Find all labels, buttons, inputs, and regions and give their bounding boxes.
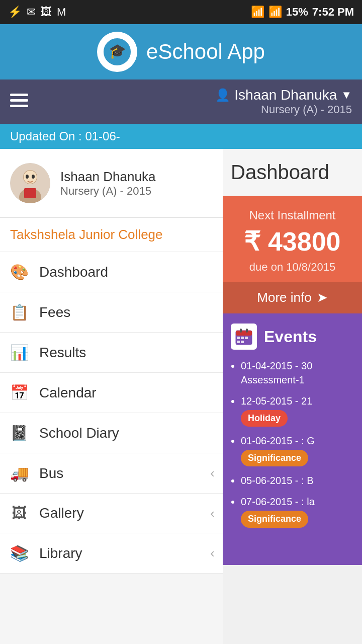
status-icons: ⚡ ✉ 🖼 M [8,6,66,19]
sidebar-item-library[interactable]: 📚 Library ‹ [0,533,223,574]
more-info-arrow-icon: ➤ [317,290,328,305]
sidebar-item-bus[interactable]: 🚚 Bus ‹ [0,453,223,494]
svg-rect-4 [10,105,28,107]
update-banner: Updated On : 01-06- [0,124,362,149]
more-info-button[interactable]: More info ➤ [223,282,362,313]
svg-text:🎓: 🎓 [109,43,126,59]
sidebar: Ishaan Dhanuka Nursery (A) - 2015 Takshs… [0,149,223,644]
svg-rect-16 [245,337,248,339]
calendar-icon: 📅 [10,384,28,401]
school-diary-icon: 📓 [10,424,28,442]
list-item: 01-06-2015 - : G Significance [241,434,354,466]
dropdown-arrow-icon[interactable]: ▼ [341,89,352,102]
avatar [10,163,50,203]
sidebar-item-calendar[interactable]: 📅 Calendar [0,373,223,413]
holiday-badge: Holiday [241,410,288,427]
update-text: Updated On : 01-06- [10,129,120,143]
usb-icon: ⚡ [8,6,22,19]
svg-rect-18 [241,341,244,343]
clock: 7:52 PM [312,6,354,19]
profile-text: Ishaan Dhanuka Nursery (A) - 2015 [60,169,155,198]
events-header: Events [231,324,354,350]
fees-icon: 📋 [10,303,28,321]
fee-card: Next Installment ₹ 43800 due on 10/8/201… [223,196,362,313]
list-item: 12-05-2015 - 21 Holiday [241,394,354,427]
sidebar-item-gallery[interactable]: 🖼 Gallery ‹ [0,494,223,533]
svg-rect-17 [237,341,240,343]
school-diary-label: School Diary [39,425,119,441]
results-label: Results [39,345,86,361]
user-avatar-icon: 👤 [215,88,230,102]
event-date-2: 12-05-2015 - 21 [241,395,312,407]
user-name: Ishaan Dhanuka [234,87,337,103]
sidebar-item-school-diary[interactable]: 📓 School Diary [0,413,223,453]
bus-label: Bus [39,465,63,481]
event-date-1: 01-04-2015 - 30 [241,360,312,371]
gmail-icon: M [57,6,66,19]
list-item: 07-06-2015 - : la Significance [241,495,354,527]
bus-icon: 🚚 [10,464,28,482]
library-icon: 📚 [10,544,28,562]
app-title: eSchool App [146,40,265,64]
event-list: 01-04-2015 - 30 Assessment-1 12-05-2015 … [231,359,354,528]
gallery-label: Gallery [39,505,84,521]
status-right-icons: 📶 📶 15% 7:52 PM [251,6,354,19]
svg-point-10 [26,175,29,179]
app-header: 🎓 eSchool App [0,24,362,79]
svg-rect-2 [10,94,28,96]
app-logo: 🎓 [97,32,137,72]
dashboard-title: Dashboard [223,149,362,196]
fee-due: due on 10/8/2015 [231,261,354,274]
sidebar-profile: Ishaan Dhanuka Nursery (A) - 2015 [0,149,223,218]
fees-label: Fees [39,304,70,320]
wifi-icon: 📶 [251,6,264,19]
svg-rect-13 [236,331,252,336]
status-bar: ⚡ ✉ 🖼 M 📶 📶 15% 7:52 PM [0,0,362,24]
sub-header: 👤 Ishaan Dhanuka ▼ Nursery (A) - 2015 [0,79,362,124]
email-icon: ✉ [27,6,36,19]
svg-rect-8 [24,188,36,198]
results-icon: 📊 [10,344,28,361]
library-label: Library [39,545,82,561]
calendar-label: Calendar [39,385,97,401]
signal-icon: 📶 [268,6,282,19]
svg-rect-14 [237,337,240,339]
right-panel: Dashboard Next Installment ₹ 43800 due o… [223,149,362,644]
svg-rect-3 [10,99,28,102]
profile-class: Nursery (A) - 2015 [60,185,155,198]
gallery-icon: 🖼 [10,505,28,522]
fee-label: Next Installment [231,208,354,222]
image-icon: 🖼 [41,6,52,19]
battery-text: 15% [286,6,308,19]
events-title: Events [264,328,317,346]
events-card: Events 01-04-2015 - 30 Assessment-1 12-0… [223,313,362,565]
significance-badge-1: Significance [241,450,308,466]
dashboard-icon: 🎨 [10,263,28,281]
profile-name: Ishaan Dhanuka [60,169,155,185]
sidebar-item-dashboard[interactable]: 🎨 Dashboard [0,252,223,292]
event-date-4: 05-06-2015 - : B [241,475,314,486]
gallery-chevron-icon: ‹ [210,506,215,521]
events-calendar-icon [231,324,257,350]
list-item: 01-04-2015 - 30 Assessment-1 [241,359,354,387]
svg-rect-19 [240,329,242,333]
user-class: Nursery (A) - 2015 [215,103,352,116]
fee-amount: ₹ 43800 [231,226,354,257]
more-info-label: More info [257,290,311,305]
bus-chevron-icon: ‹ [210,465,215,481]
significance-badge-2: Significance [241,511,308,527]
sidebar-item-fees[interactable]: 📋 Fees [0,292,223,333]
user-info: 👤 Ishaan Dhanuka ▼ Nursery (A) - 2015 [215,87,352,116]
svg-rect-15 [241,337,244,339]
event-date-3: 01-06-2015 - : G [241,435,315,446]
main-layout: Ishaan Dhanuka Nursery (A) - 2015 Takshs… [0,149,362,644]
event-desc-1: Assessment-1 [241,374,305,385]
svg-point-11 [32,175,35,179]
event-date-5: 07-06-2015 - : la [241,496,315,507]
library-chevron-icon: ‹ [210,545,215,561]
school-name: Takshshela Junior College [0,218,223,252]
sidebar-item-results[interactable]: 📊 Results [0,333,223,373]
svg-rect-20 [246,329,248,333]
list-item: 05-06-2015 - : B [241,473,354,488]
menu-button[interactable] [10,93,28,110]
